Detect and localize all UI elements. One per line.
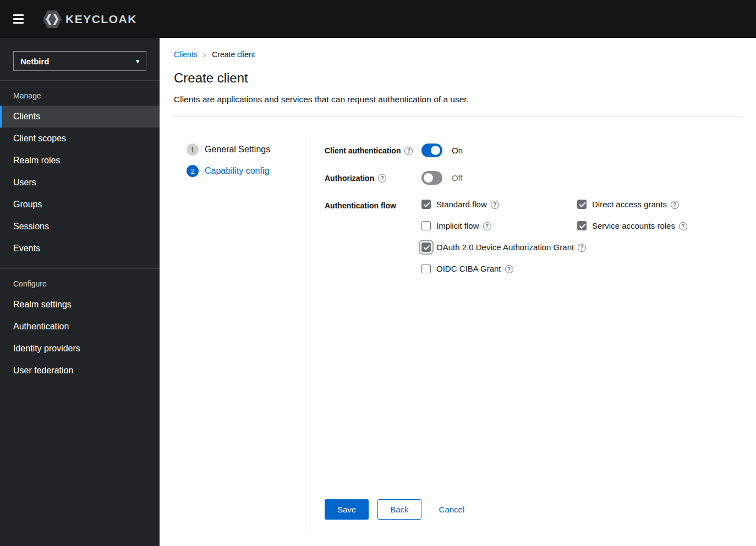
sidebar-item-label: Clients xyxy=(13,112,40,122)
label-text: Client authentication xyxy=(325,146,401,155)
help-icon[interactable]: ? xyxy=(671,201,679,209)
authorization-switch[interactable] xyxy=(421,171,442,185)
keycloak-logo[interactable]: KEYCLOAK xyxy=(43,10,137,28)
nav-section-title-configure: Configure xyxy=(0,269,160,294)
authorization-state: Off xyxy=(452,171,463,185)
hamburger-icon xyxy=(13,22,24,24)
wizard-step-label: General Settings xyxy=(205,145,270,155)
sidebar-item-realm-roles[interactable]: Realm roles xyxy=(0,150,160,172)
wizard-step-label: Capability config xyxy=(205,166,269,176)
form-row-authorization: Authorization ? Off xyxy=(325,171,743,185)
page-title: Create client xyxy=(174,70,743,86)
client-authentication-switch[interactable] xyxy=(421,144,442,157)
help-icon[interactable]: ? xyxy=(578,244,586,252)
wizard-step-capability-config[interactable]: 2 Capability config xyxy=(187,165,310,177)
realm-selector-value: Netbird xyxy=(20,57,50,66)
sidebar-item-clients[interactable]: Clients xyxy=(0,106,160,128)
chevron-right-icon: › xyxy=(204,51,206,59)
checkbox-service-accounts-roles: Service accounts roles ? xyxy=(577,221,743,230)
form-actions: Save Back Cancel xyxy=(325,499,743,520)
form-row-client-authentication: Client authentication ? On xyxy=(325,144,743,157)
checkbox-label[interactable]: OIDC CIBA Grant xyxy=(436,264,501,273)
sidebar-item-groups[interactable]: Groups xyxy=(0,194,160,216)
sidebar-item-label: Groups xyxy=(13,200,42,209)
sidebar-item-realm-settings[interactable]: Realm settings xyxy=(0,294,160,316)
wizard-step-number: 2 xyxy=(187,165,199,177)
sidebar-item-identity-providers[interactable]: Identity providers xyxy=(0,338,160,360)
label-text: Authentication flow xyxy=(325,201,396,210)
sidebar-item-client-scopes[interactable]: Client scopes xyxy=(0,128,160,150)
keycloak-logo-icon xyxy=(43,10,62,28)
page-description: Clients are applications and services th… xyxy=(174,95,743,104)
sidebar-item-label: User federation xyxy=(13,366,73,376)
form-row-authentication-flow: Authentication flow Standard flow ? Dire… xyxy=(325,198,743,499)
help-icon[interactable]: ? xyxy=(505,265,513,273)
checkbox-label[interactable]: Standard flow xyxy=(436,200,487,209)
sidebar-item-label: Client scopes xyxy=(13,134,66,144)
capability-config-form: Client authentication ? On Authorization… xyxy=(310,117,756,546)
switch-knob xyxy=(431,146,440,155)
checkbox-label[interactable]: Direct access grants xyxy=(592,200,667,209)
menu-toggle-button[interactable] xyxy=(9,8,31,30)
caret-down-icon: ▾ xyxy=(136,58,139,64)
sidebar-item-users[interactable]: Users xyxy=(0,172,160,194)
breadcrumb-link-clients[interactable]: Clients xyxy=(174,50,198,59)
cancel-button[interactable]: Cancel xyxy=(439,500,465,519)
checkbox-standard-flow: Standard flow ? xyxy=(421,200,577,209)
nav-section-title-manage: Manage xyxy=(0,81,160,106)
wizard-body: 1 General Settings 2 Capability config C… xyxy=(160,117,756,546)
authentication-flow-options: Standard flow ? Direct access grants ? I… xyxy=(421,198,743,499)
authentication-flow-label: Authentication flow xyxy=(325,198,421,499)
save-button[interactable]: Save xyxy=(325,499,369,520)
switch-knob xyxy=(424,173,433,183)
authorization-label: Authorization ? xyxy=(325,171,421,185)
keycloak-admin-console: KEYCLOAK Netbird ▾ Manage Clients Client… xyxy=(0,0,756,546)
breadcrumb-current: Create client xyxy=(212,50,255,59)
checkbox-oauth-device-authorization-grant: OAuth 2.0 Device Authorization Grant ? xyxy=(421,242,743,252)
sidebar-item-user-federation[interactable]: User federation xyxy=(0,360,160,382)
masthead: KEYCLOAK xyxy=(0,0,756,38)
help-icon[interactable]: ? xyxy=(491,201,499,209)
checkbox[interactable] xyxy=(577,221,587,230)
client-authentication-state: On xyxy=(452,144,463,157)
realm-selector[interactable]: Netbird ▾ xyxy=(13,51,146,71)
checkbox[interactable] xyxy=(421,221,431,230)
hamburger-icon xyxy=(13,18,24,20)
main-content: Clients › Create client Create client Cl… xyxy=(160,38,756,546)
sidebar-item-authentication[interactable]: Authentication xyxy=(0,316,160,338)
help-icon[interactable]: ? xyxy=(404,147,413,155)
checkbox-implicit-flow: Implicit flow ? xyxy=(421,221,577,230)
page-header: Clients › Create client Create client Cl… xyxy=(160,38,756,117)
brand-text: KEYCLOAK xyxy=(65,13,137,26)
help-icon[interactable]: ? xyxy=(378,174,386,183)
checkbox[interactable] xyxy=(421,264,431,273)
sidebar-item-label: Sessions xyxy=(13,222,49,231)
breadcrumb: Clients › Create client xyxy=(174,50,743,59)
checkbox-label[interactable]: Service accounts roles xyxy=(592,221,675,230)
sidebar-item-label: Events xyxy=(13,244,40,253)
sidebar-item-label: Authentication xyxy=(13,322,69,332)
help-icon[interactable]: ? xyxy=(679,222,687,230)
checkbox-label[interactable]: Implicit flow xyxy=(436,221,479,230)
sidebar: Netbird ▾ Manage Clients Client scopes R… xyxy=(0,38,160,546)
checkbox[interactable] xyxy=(421,200,431,209)
checkbox-oidc-ciba-grant: OIDC CIBA Grant ? xyxy=(421,264,743,273)
wizard-step-general-settings[interactable]: 1 General Settings xyxy=(187,144,310,156)
wizard-step-number: 1 xyxy=(187,144,199,156)
back-button[interactable]: Back xyxy=(377,499,421,520)
client-authentication-label: Client authentication ? xyxy=(325,144,421,157)
sidebar-item-label: Realm settings xyxy=(13,300,72,310)
checkbox[interactable] xyxy=(577,200,587,209)
label-text: Authorization xyxy=(325,174,374,183)
checkbox-label[interactable]: OAuth 2.0 Device Authorization Grant xyxy=(436,242,574,252)
checkbox-direct-access-grants: Direct access grants ? xyxy=(577,200,743,209)
sidebar-item-label: Identity providers xyxy=(13,344,80,354)
checkbox[interactable] xyxy=(421,242,431,252)
sidebar-item-events[interactable]: Events xyxy=(0,238,160,260)
hamburger-icon xyxy=(13,14,24,16)
sidebar-item-label: Realm roles xyxy=(13,156,60,166)
sidebar-item-sessions[interactable]: Sessions xyxy=(0,216,160,238)
wizard-nav: 1 General Settings 2 Capability config xyxy=(160,117,310,546)
help-icon[interactable]: ? xyxy=(483,222,491,230)
sidebar-item-label: Users xyxy=(13,178,36,187)
